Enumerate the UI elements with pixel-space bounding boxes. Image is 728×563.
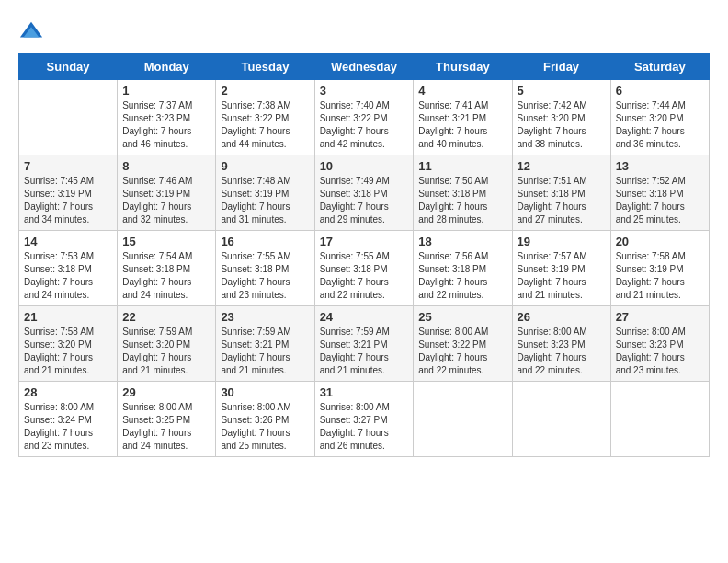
- calendar-header-row: SundayMondayTuesdayWednesdayThursdayFrid…: [19, 54, 710, 80]
- calendar-cell: 12Sunrise: 7:51 AM Sunset: 3:18 PM Dayli…: [512, 155, 610, 231]
- day-info: Sunrise: 7:49 AM Sunset: 3:18 PM Dayligh…: [320, 175, 409, 226]
- calendar-cell: 27Sunrise: 8:00 AM Sunset: 3:23 PM Dayli…: [610, 306, 709, 382]
- calendar-cell: 15Sunrise: 7:54 AM Sunset: 3:18 PM Dayli…: [118, 231, 216, 306]
- calendar-week-2: 7Sunrise: 7:45 AM Sunset: 3:19 PM Daylig…: [19, 155, 710, 231]
- day-info: Sunrise: 8:00 AM Sunset: 3:27 PM Dayligh…: [320, 401, 409, 453]
- calendar-cell: 23Sunrise: 7:59 AM Sunset: 3:21 PM Dayli…: [216, 306, 314, 382]
- day-info: Sunrise: 7:59 AM Sunset: 3:21 PM Dayligh…: [221, 326, 309, 377]
- calendar-cell: 1Sunrise: 7:37 AM Sunset: 3:23 PM Daylig…: [118, 80, 216, 155]
- day-info: Sunrise: 7:54 AM Sunset: 3:18 PM Dayligh…: [122, 250, 210, 302]
- calendar-cell: 10Sunrise: 7:49 AM Sunset: 3:18 PM Dayli…: [314, 155, 414, 231]
- calendar-cell: 11Sunrise: 7:50 AM Sunset: 3:18 PM Dayli…: [414, 155, 512, 231]
- calendar-cell: 13Sunrise: 7:52 AM Sunset: 3:18 PM Dayli…: [610, 155, 709, 231]
- day-number: 19: [518, 235, 606, 248]
- calendar-cell: 18Sunrise: 7:56 AM Sunset: 3:18 PM Dayli…: [414, 231, 512, 306]
- day-info: Sunrise: 8:00 AM Sunset: 3:25 PM Dayligh…: [122, 401, 210, 453]
- day-number: 6: [616, 84, 704, 98]
- header-sunday: Sunday: [19, 54, 118, 80]
- day-number: 10: [320, 159, 409, 173]
- day-number: 4: [418, 84, 506, 98]
- page-header: [18, 18, 710, 44]
- logo: [18, 18, 48, 44]
- calendar-cell: 24Sunrise: 7:59 AM Sunset: 3:21 PM Dayli…: [314, 306, 414, 382]
- calendar-cell: 2Sunrise: 7:38 AM Sunset: 3:22 PM Daylig…: [216, 80, 314, 155]
- calendar-cell: 20Sunrise: 7:58 AM Sunset: 3:19 PM Dayli…: [610, 231, 709, 306]
- day-number: 18: [418, 235, 506, 248]
- day-info: Sunrise: 8:00 AM Sunset: 3:22 PM Dayligh…: [418, 326, 506, 377]
- day-number: 5: [518, 84, 606, 98]
- day-number: 17: [320, 235, 409, 248]
- calendar-cell: 31Sunrise: 8:00 AM Sunset: 3:27 PM Dayli…: [314, 382, 414, 457]
- calendar-cell: 9Sunrise: 7:48 AM Sunset: 3:19 PM Daylig…: [216, 155, 314, 231]
- day-info: Sunrise: 7:41 AM Sunset: 3:21 PM Dayligh…: [418, 99, 506, 151]
- day-info: Sunrise: 7:51 AM Sunset: 3:18 PM Dayligh…: [518, 175, 606, 226]
- calendar-cell: 28Sunrise: 8:00 AM Sunset: 3:24 PM Dayli…: [19, 382, 118, 457]
- day-number: 1: [122, 84, 210, 98]
- day-info: Sunrise: 7:40 AM Sunset: 3:22 PM Dayligh…: [320, 99, 409, 151]
- day-number: 31: [320, 385, 409, 399]
- header-friday: Friday: [512, 54, 610, 80]
- day-number: 7: [24, 159, 112, 173]
- day-number: 21: [24, 310, 112, 324]
- day-number: 9: [221, 159, 309, 173]
- calendar-week-5: 28Sunrise: 8:00 AM Sunset: 3:24 PM Dayli…: [19, 382, 710, 457]
- day-number: 27: [616, 310, 704, 324]
- day-info: Sunrise: 7:46 AM Sunset: 3:19 PM Dayligh…: [122, 175, 210, 226]
- day-info: Sunrise: 7:59 AM Sunset: 3:20 PM Dayligh…: [122, 326, 210, 377]
- calendar-cell: [512, 382, 610, 457]
- day-info: Sunrise: 7:55 AM Sunset: 3:18 PM Dayligh…: [221, 250, 309, 302]
- header-tuesday: Tuesday: [216, 54, 314, 80]
- header-wednesday: Wednesday: [314, 54, 414, 80]
- day-number: 29: [122, 385, 210, 399]
- day-number: 23: [221, 310, 309, 324]
- day-number: 22: [122, 310, 210, 324]
- calendar-cell: 4Sunrise: 7:41 AM Sunset: 3:21 PM Daylig…: [414, 80, 512, 155]
- day-info: Sunrise: 7:59 AM Sunset: 3:21 PM Dayligh…: [320, 326, 409, 377]
- day-info: Sunrise: 7:45 AM Sunset: 3:19 PM Dayligh…: [24, 175, 112, 226]
- calendar-cell: 21Sunrise: 7:58 AM Sunset: 3:20 PM Dayli…: [19, 306, 118, 382]
- calendar-cell: 19Sunrise: 7:57 AM Sunset: 3:19 PM Dayli…: [512, 231, 610, 306]
- day-info: Sunrise: 8:00 AM Sunset: 3:23 PM Dayligh…: [616, 326, 704, 377]
- day-number: 24: [320, 310, 409, 324]
- day-number: 28: [24, 385, 112, 399]
- calendar-cell: 6Sunrise: 7:44 AM Sunset: 3:20 PM Daylig…: [610, 80, 709, 155]
- day-number: 2: [221, 84, 309, 98]
- calendar-cell: 30Sunrise: 8:00 AM Sunset: 3:26 PM Dayli…: [216, 382, 314, 457]
- header-saturday: Saturday: [610, 54, 709, 80]
- calendar-cell: 29Sunrise: 8:00 AM Sunset: 3:25 PM Dayli…: [118, 382, 216, 457]
- day-number: 26: [518, 310, 606, 324]
- day-info: Sunrise: 7:58 AM Sunset: 3:19 PM Dayligh…: [616, 250, 704, 302]
- calendar-cell: 17Sunrise: 7:55 AM Sunset: 3:18 PM Dayli…: [314, 231, 414, 306]
- day-info: Sunrise: 7:52 AM Sunset: 3:18 PM Dayligh…: [616, 175, 704, 226]
- header-monday: Monday: [118, 54, 216, 80]
- calendar-cell: [610, 382, 709, 457]
- header-thursday: Thursday: [414, 54, 512, 80]
- calendar-cell: 25Sunrise: 8:00 AM Sunset: 3:22 PM Dayli…: [414, 306, 512, 382]
- day-number: 14: [24, 235, 112, 248]
- day-info: Sunrise: 8:00 AM Sunset: 3:26 PM Dayligh…: [221, 401, 309, 453]
- day-info: Sunrise: 7:53 AM Sunset: 3:18 PM Dayligh…: [24, 250, 112, 302]
- calendar-cell: [414, 382, 512, 457]
- calendar-cell: 8Sunrise: 7:46 AM Sunset: 3:19 PM Daylig…: [118, 155, 216, 231]
- day-info: Sunrise: 7:55 AM Sunset: 3:18 PM Dayligh…: [320, 250, 409, 302]
- day-info: Sunrise: 7:42 AM Sunset: 3:20 PM Dayligh…: [518, 99, 606, 151]
- calendar-week-3: 14Sunrise: 7:53 AM Sunset: 3:18 PM Dayli…: [19, 231, 710, 306]
- calendar-cell: 26Sunrise: 8:00 AM Sunset: 3:23 PM Dayli…: [512, 306, 610, 382]
- day-info: Sunrise: 8:00 AM Sunset: 3:24 PM Dayligh…: [24, 401, 112, 453]
- day-info: Sunrise: 7:38 AM Sunset: 3:22 PM Dayligh…: [221, 99, 309, 151]
- day-number: 25: [418, 310, 506, 324]
- calendar-cell: 22Sunrise: 7:59 AM Sunset: 3:20 PM Dayli…: [118, 306, 216, 382]
- day-number: 13: [616, 159, 704, 173]
- day-number: 11: [418, 159, 506, 173]
- day-info: Sunrise: 7:58 AM Sunset: 3:20 PM Dayligh…: [24, 326, 112, 377]
- day-number: 30: [221, 385, 309, 399]
- day-number: 8: [122, 159, 210, 173]
- day-info: Sunrise: 7:37 AM Sunset: 3:23 PM Dayligh…: [122, 99, 210, 151]
- day-info: Sunrise: 8:00 AM Sunset: 3:23 PM Dayligh…: [518, 326, 606, 377]
- day-number: 20: [616, 235, 704, 248]
- day-number: 15: [122, 235, 210, 248]
- calendar-cell: 14Sunrise: 7:53 AM Sunset: 3:18 PM Dayli…: [19, 231, 118, 306]
- day-info: Sunrise: 7:56 AM Sunset: 3:18 PM Dayligh…: [418, 250, 506, 302]
- day-number: 16: [221, 235, 309, 248]
- calendar-cell: 3Sunrise: 7:40 AM Sunset: 3:22 PM Daylig…: [314, 80, 414, 155]
